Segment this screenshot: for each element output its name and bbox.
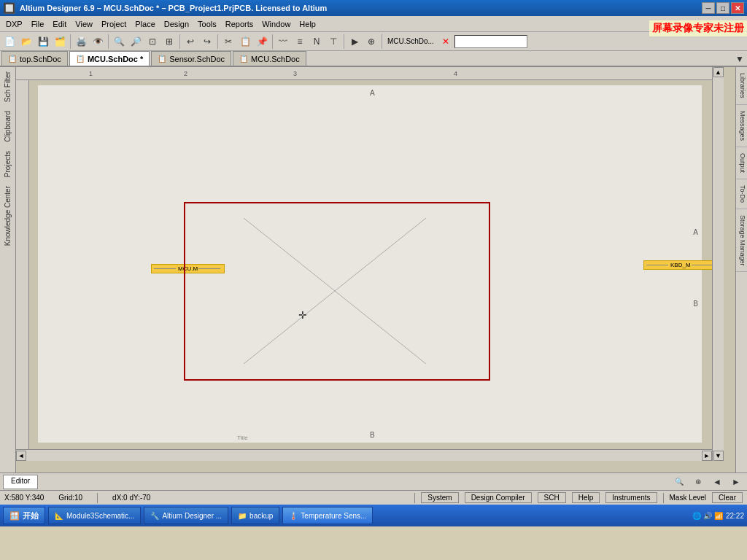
tb-vcc[interactable]: ⊤ — [325, 34, 341, 50]
start-button[interactable]: 🪟 开始 — [3, 507, 45, 524]
schematic-border-box: ✛ — [184, 202, 490, 381]
comp-kbdm-label: KBD_M — [670, 262, 691, 268]
taskbar-item-2[interactable]: 📁 backup — [231, 507, 279, 524]
menu-view[interactable]: View — [71, 18, 97, 30]
toolbar-1: 📄 📂 💾 🗂️ 🖨️ 👁️ 🔍 🔎 ⊡ ⊞ ↩ ↪ ✂ 📋 📌 〰 ≡ N ⊤… — [0, 32, 747, 51]
tb-bus[interactable]: ≡ — [292, 34, 308, 50]
taskbar-item-0[interactable]: 📐 Module3Schematic... — [48, 507, 141, 524]
bottom-nav-right[interactable]: ► — [728, 474, 744, 490]
clear-button[interactable]: Clear — [712, 492, 743, 503]
bottom-fit-btn[interactable]: 🔍 — [671, 474, 687, 490]
ruler-mark-4: 4 — [454, 70, 457, 77]
taskbar-item-3[interactable]: 🌡️ Temperature Sens... — [282, 507, 373, 524]
sep-3 — [179, 34, 180, 49]
sidebar-output[interactable]: Output — [736, 147, 747, 179]
tab-label-1: MCU.SchDoc * — [88, 55, 143, 63]
close-button[interactable]: ✕ — [731, 2, 744, 14]
tab-mcu-schdoc-active[interactable]: 📋 MCU.SchDoc * — [69, 51, 150, 66]
tb-zoom-out[interactable]: 🔎 — [128, 34, 144, 50]
sidebar-libraries[interactable]: Libraries — [736, 67, 747, 105]
tab-icon-0: 📋 — [8, 55, 17, 63]
tb-paste[interactable]: 📌 — [254, 34, 270, 50]
maximize-button[interactable]: □ — [716, 2, 729, 14]
taskbar-icon-0: 📐 — [55, 512, 63, 520]
scroll-left-arrow[interactable]: ◄ — [16, 451, 26, 461]
tb-fit[interactable]: ⊡ — [144, 34, 160, 50]
tb-compile[interactable]: ▶ — [347, 34, 363, 50]
menu-place[interactable]: Place — [131, 18, 160, 30]
tb-filename: MCU.SchDo... — [384, 37, 437, 45]
tb-cross-probe[interactable]: ⊕ — [363, 34, 379, 50]
tb-netlabel[interactable]: N — [309, 34, 325, 50]
tb-cut[interactable]: ✂ — [220, 34, 236, 50]
tab-mcu-schdoc-2[interactable]: 📋 MCU.SchDoc — [233, 51, 306, 66]
menu-edit[interactable]: Edit — [48, 18, 71, 30]
menu-design[interactable]: Design — [160, 18, 193, 30]
tb-redo[interactable]: ↪ — [199, 34, 215, 50]
tb-new[interactable]: 📄 — [1, 34, 18, 50]
tb-zoom-in[interactable]: 🔍 — [111, 34, 127, 50]
menu-reports[interactable]: Reports — [221, 18, 258, 30]
bottom-mask-icon[interactable]: ⊛ — [690, 474, 706, 490]
sidebar-storage[interactable]: Storage Manager — [736, 209, 747, 273]
tb-undo[interactable]: ↩ — [182, 34, 198, 50]
tb-print-prev[interactable]: 👁️ — [90, 34, 106, 50]
tb-save[interactable]: 💾 — [35, 34, 51, 50]
menu-file[interactable]: File — [27, 18, 49, 30]
vertical-scrollbar[interactable]: ▲ ▼ — [712, 67, 724, 461]
status-sep-2 — [414, 493, 415, 503]
title-text: Altium Designer 6.9 – MCU.SchDoc * – PCB… — [20, 4, 327, 12]
tab-top-schdoc[interactable]: 📋 top.SchDoc — [1, 51, 68, 66]
tab-icon-2: 📋 — [158, 55, 166, 63]
menu-dxp[interactable]: DXP — [1, 18, 27, 30]
tb-open[interactable]: 📂 — [18, 34, 34, 50]
minimize-button[interactable]: ─ — [702, 2, 715, 14]
bottom-nav-left[interactable]: ◄ — [709, 474, 725, 490]
sidebar-sch-filter[interactable]: Sch Filter — [2, 67, 13, 106]
schematic-sheet[interactable]: A A B B Title NSA SCE — [38, 85, 702, 443]
sep-7 — [382, 34, 382, 49]
toolbar-search-input[interactable] — [454, 35, 527, 48]
canvas-area: 1 2 3 4 A A B B Title NS — [16, 67, 735, 472]
sidebar-messages[interactable]: Messages — [736, 105, 747, 147]
taskbar-item-1[interactable]: 🔧 Altium Designer ... — [144, 507, 228, 524]
tb-save-all[interactable]: 🗂️ — [52, 34, 68, 50]
tb-zoom-full[interactable]: ⊞ — [161, 34, 177, 50]
main-area: Sch Filter Clipboard Projects Knowledge … — [0, 67, 747, 472]
sidebar-todo[interactable]: To-Do — [736, 179, 747, 209]
border-letter-right-b: B — [693, 300, 698, 308]
sch-button[interactable]: SCH — [538, 492, 566, 503]
tab-label-2: Sensor.SchDoc — [169, 55, 225, 63]
sidebar-projects[interactable]: Projects — [2, 147, 13, 182]
horizontal-scrollbar[interactable]: ◄ ► — [16, 449, 712, 461]
tab-sensor-schdoc[interactable]: 📋 Sensor.SchDoc — [151, 51, 231, 66]
tray-icon-2: 🔊 — [703, 512, 712, 520]
title-bar-controls[interactable]: ─ □ ✕ — [702, 2, 744, 14]
taskbar-icon-3: 🌡️ — [289, 512, 298, 520]
help-button[interactable]: Help — [572, 492, 600, 503]
scroll-up-arrow[interactable]: ▲ — [713, 67, 724, 77]
menu-tools[interactable]: Tools — [193, 18, 221, 30]
tb-stop[interactable]: ✕ — [438, 34, 454, 50]
instruments-button[interactable]: Instruments — [605, 492, 657, 503]
scroll-down-arrow[interactable]: ▼ — [713, 451, 724, 461]
system-button[interactable]: System — [421, 492, 458, 503]
sidebar-clipboard[interactable]: Clipboard — [2, 106, 13, 147]
design-compiler-button[interactable]: Design Compiler — [465, 492, 532, 503]
tb-print[interactable]: 🖨️ — [73, 34, 89, 50]
clock-display: 22:22 — [726, 512, 744, 520]
tb-wire[interactable]: 〰 — [275, 34, 291, 50]
tab-label-0: top.SchDoc — [20, 55, 61, 63]
menu-window[interactable]: Window — [258, 18, 295, 30]
ruler-mark-1: 1 — [89, 70, 93, 77]
editor-tab[interactable]: Editor — [3, 475, 38, 489]
menu-help[interactable]: Help — [295, 18, 320, 30]
tab-list-btn[interactable]: ▼ — [734, 52, 746, 66]
scroll-right-arrow[interactable]: ► — [702, 451, 712, 461]
title-block: Title — [237, 435, 248, 441]
sidebar-knowledge-center[interactable]: Knowledge Center — [2, 182, 13, 250]
tb-copy[interactable]: 📋 — [237, 34, 253, 50]
menu-project[interactable]: Project — [97, 18, 131, 30]
border-letter-right-a: A — [693, 228, 698, 236]
sep-6 — [344, 34, 344, 49]
